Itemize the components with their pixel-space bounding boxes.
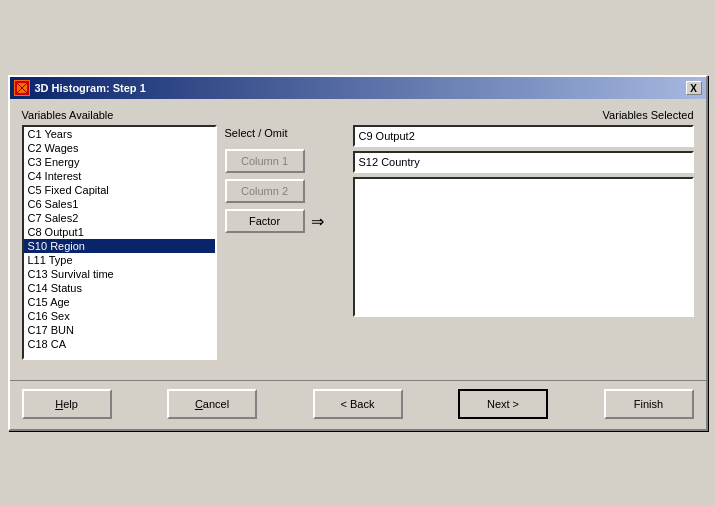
list-item[interactable]: C18 CA xyxy=(24,337,215,351)
list-item[interactable]: C1 Years xyxy=(24,127,215,141)
list-item[interactable]: S10 Region xyxy=(24,239,215,253)
bottom-bar: Help Cancel < Back Next > Finish xyxy=(10,380,706,429)
list-item[interactable]: C16 Sex xyxy=(24,309,215,323)
main-content: Variables Available C1 YearsC2 WagesC3 E… xyxy=(10,99,706,370)
titlebar: 3D Histogram: Step 1 X xyxy=(10,77,706,99)
main-window: 3D Histogram: Step 1 X Variables Availab… xyxy=(8,75,708,431)
list-item[interactable]: C15 Age xyxy=(24,295,215,309)
column2-selected-input[interactable] xyxy=(353,151,694,173)
column1-button[interactable]: Column 1 xyxy=(225,149,305,173)
back-button[interactable]: < Back xyxy=(313,389,403,419)
column1-selected-input[interactable] xyxy=(353,125,694,147)
help-button[interactable]: Help xyxy=(22,389,112,419)
list-item[interactable]: C8 Output1 xyxy=(24,225,215,239)
list-item[interactable]: C5 Fixed Capital xyxy=(24,183,215,197)
variables-available-listbox[interactable]: C1 YearsC2 WagesC3 EnergyC4 InterestC5 F… xyxy=(22,125,217,360)
variables-selected-section: Variables Selected xyxy=(353,109,694,317)
list-item[interactable]: C17 BUN xyxy=(24,323,215,337)
list-item[interactable]: L11 Type xyxy=(24,253,215,267)
app-icon xyxy=(14,80,30,96)
titlebar-left: 3D Histogram: Step 1 xyxy=(14,80,146,96)
list-item[interactable]: C7 Sales2 xyxy=(24,211,215,225)
next-button[interactable]: Next > xyxy=(458,389,548,419)
listbox-wrapper: C1 YearsC2 WagesC3 EnergyC4 InterestC5 F… xyxy=(22,125,217,360)
select-omit-section: Select / Omit Column 1 Column 2 Factor ⇒ xyxy=(225,109,345,233)
list-item[interactable]: C6 Sales1 xyxy=(24,197,215,211)
variables-selected-label: Variables Selected xyxy=(353,109,694,121)
list-item[interactable]: C13 Survival time xyxy=(24,267,215,281)
variables-list-inner[interactable]: C1 YearsC2 WagesC3 EnergyC4 InterestC5 F… xyxy=(24,127,215,358)
factor-selected-listbox[interactable] xyxy=(353,177,694,317)
select-omit-label: Select / Omit xyxy=(225,127,288,139)
close-button[interactable]: X xyxy=(686,81,702,95)
arrow-icon: ⇒ xyxy=(311,212,324,231)
main-area: Variables Available C1 YearsC2 WagesC3 E… xyxy=(22,109,694,360)
cancel-button[interactable]: Cancel xyxy=(167,389,257,419)
factor-row: Factor ⇒ xyxy=(225,209,324,233)
finish-button[interactable]: Finish xyxy=(604,389,694,419)
column2-button[interactable]: Column 2 xyxy=(225,179,305,203)
list-item[interactable]: C4 Interest xyxy=(24,169,215,183)
window-title: 3D Histogram: Step 1 xyxy=(35,82,146,94)
variables-available-label: Variables Available xyxy=(22,109,217,121)
list-item[interactable]: C2 Wages xyxy=(24,141,215,155)
variables-available-section: Variables Available C1 YearsC2 WagesC3 E… xyxy=(22,109,217,360)
list-item[interactable]: C3 Energy xyxy=(24,155,215,169)
list-item[interactable]: C14 Status xyxy=(24,281,215,295)
factor-button[interactable]: Factor xyxy=(225,209,305,233)
